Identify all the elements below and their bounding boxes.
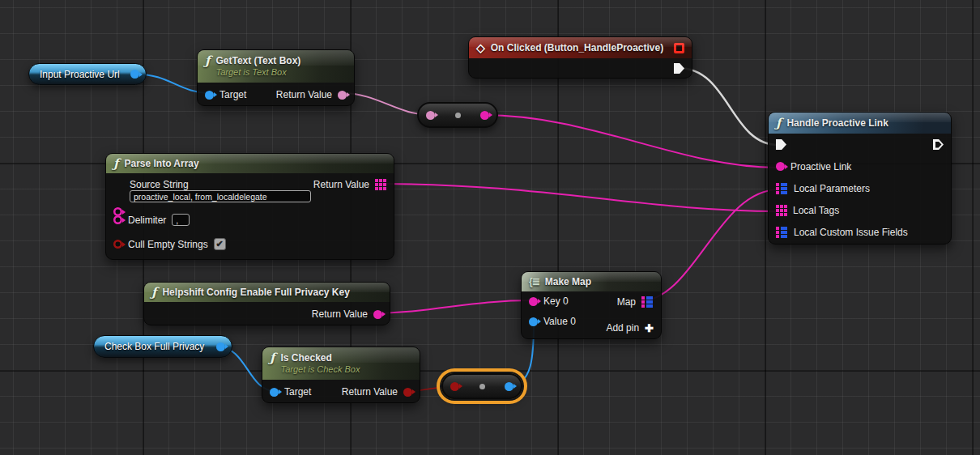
pin-label: Return Value xyxy=(312,308,368,320)
function-icon: ƒ xyxy=(205,55,210,67)
value0-pin[interactable] xyxy=(529,317,538,326)
node-header: ƒ Is Checked Target is Check Box xyxy=(262,347,420,380)
pin-label: Value 0 xyxy=(543,316,576,327)
node-header: {≣ Make Map xyxy=(522,272,661,291)
add-pin-row[interactable]: Add pin ✚ xyxy=(606,319,654,337)
variable-label: Input Proactive Url xyxy=(40,69,120,80)
exec-output-pin[interactable] xyxy=(933,139,944,150)
object-output-pin[interactable] xyxy=(216,342,225,351)
array-pin-icon[interactable] xyxy=(776,205,787,216)
conversion-node-text-to-string[interactable] xyxy=(417,102,498,128)
string-return-pin[interactable] xyxy=(373,310,382,319)
value-output-pin[interactable] xyxy=(505,382,513,391)
pin-label: Return Value xyxy=(313,179,369,190)
node-header: ƒ GetText (Text Box) Target is Text Box xyxy=(198,50,354,83)
variable-node-check-box-full-privacy[interactable]: Check Box Full Privacy xyxy=(93,335,232,358)
wire-parse-to-localtags[interactable] xyxy=(382,184,778,211)
value0-row: Value 0 xyxy=(529,313,576,330)
delimiter-pin[interactable] xyxy=(113,215,122,224)
object-output-pin[interactable] xyxy=(130,70,139,79)
node-helpshift-config-key[interactable]: ƒ Helpshift Config Enable Full Privacy K… xyxy=(143,282,390,325)
node-is-checked[interactable]: ƒ Is Checked Target is Check Box Target … xyxy=(262,347,420,403)
node-header: ◇ On Clicked (Button_HandleProactive) xyxy=(469,37,692,58)
node-title: Handle Proactive Link xyxy=(786,117,888,129)
make-container-icon: {≣ xyxy=(529,276,539,287)
node-title: Parse Into Array xyxy=(124,158,198,169)
delimiter-row: Delimiter xyxy=(113,214,190,226)
variable-label: Check Box Full Privacy xyxy=(104,341,204,352)
key0-pin[interactable] xyxy=(529,297,538,306)
node-title: On Clicked (Button_HandleProactive) xyxy=(491,42,663,53)
pin-label: Map xyxy=(617,296,636,308)
string-output-pin[interactable] xyxy=(480,111,489,120)
node-title: Helpshift Config Enable Full Privacy Key xyxy=(162,287,349,298)
node-make-map[interactable]: {≣ Make Map Key 0 Value 0 Map Add pin ✚ xyxy=(521,271,662,339)
text-return-pin[interactable] xyxy=(338,91,347,100)
cull-row: Cull Empty Strings ✔ xyxy=(113,238,226,250)
node-handle-proactive-link[interactable]: ƒ Handle Proactive Link Proactive Link L… xyxy=(768,112,952,245)
map-pin-icon[interactable] xyxy=(776,183,788,194)
conversion-node-bool-selected[interactable] xyxy=(441,373,522,399)
bool-input-pin[interactable] xyxy=(450,382,459,391)
blueprint-graph-canvas[interactable]: Input Proactive Url ƒ GetText (Text Box)… xyxy=(0,0,980,455)
proactive-link-pin[interactable] xyxy=(776,162,785,171)
pin-label: Local Custom Issue Fields xyxy=(794,227,908,238)
wire-conv-to-proactivelink[interactable] xyxy=(484,115,777,168)
function-icon: ƒ xyxy=(113,158,118,170)
pin-label: Local Tags xyxy=(793,205,839,216)
node-title: Is Checked xyxy=(280,352,412,364)
bool-return-pin[interactable] xyxy=(403,388,412,397)
node-parse-into-array[interactable]: ƒ Parse Into Array Source String Delimit… xyxy=(105,153,394,260)
pin-label: Local Parameters xyxy=(794,183,870,194)
node-header: ƒ Handle Proactive Link xyxy=(769,113,951,134)
source-string-input[interactable] xyxy=(130,190,311,202)
node-title: GetText (Text Box) xyxy=(215,55,347,67)
pin-label: Proactive Link xyxy=(790,161,851,172)
key0-row: Key 0 xyxy=(529,292,569,310)
pin-label: Return Value xyxy=(276,89,332,100)
map-output-pin[interactable] xyxy=(641,296,654,308)
event-icon: ◇ xyxy=(476,42,485,53)
node-title: Make Map xyxy=(545,276,591,287)
cull-checkbox-checked[interactable]: ✔ xyxy=(214,238,226,250)
pin-label: Key 0 xyxy=(543,296,569,307)
node-subtitle: Target is Text Box xyxy=(215,67,347,77)
pin-label: Cull Empty Strings xyxy=(128,239,208,250)
node-header: ƒ Helpshift Config Enable Full Privacy K… xyxy=(144,283,390,302)
function-icon: ƒ xyxy=(151,287,156,299)
node-onclicked-event[interactable]: ◇ On Clicked (Button_HandleProactive) xyxy=(468,36,692,79)
map-pin-icon[interactable] xyxy=(776,227,788,238)
map-output-row: Map xyxy=(617,293,654,311)
pin-label: Return Value xyxy=(342,386,398,398)
cull-empty-strings-pin[interactable] xyxy=(113,240,122,249)
add-pin-label: Add pin xyxy=(606,322,639,334)
pin-label: Source String xyxy=(130,179,189,190)
pin-label: Target xyxy=(219,89,246,100)
reroute-dot-icon xyxy=(479,384,485,389)
return-row: Return Value xyxy=(313,179,386,190)
pin-label: Delimiter xyxy=(128,215,166,226)
function-icon: ƒ xyxy=(270,352,275,364)
target-input-pin[interactable] xyxy=(270,388,279,397)
string-array-return-pin[interactable] xyxy=(375,179,386,190)
plus-icon: ✚ xyxy=(645,322,654,334)
delegate-pin-icon[interactable] xyxy=(674,43,684,53)
delimiter-input[interactable] xyxy=(172,214,190,226)
function-icon: ƒ xyxy=(776,117,781,130)
reroute-dot-icon xyxy=(455,113,461,118)
node-subtitle: Target is Check Box xyxy=(280,364,412,374)
pin-label: Target xyxy=(284,386,311,398)
target-input-pin[interactable] xyxy=(205,91,214,100)
variable-node-input-proactive-url[interactable]: Input Proactive Url xyxy=(28,63,147,85)
wire-exec-onclicked-to-handle[interactable] xyxy=(679,68,778,145)
text-input-pin[interactable] xyxy=(426,111,435,120)
node-gettext[interactable]: ƒ GetText (Text Box) Target is Text Box … xyxy=(197,49,355,106)
exec-input-pin[interactable] xyxy=(776,139,786,150)
node-header: ƒ Parse Into Array xyxy=(106,154,394,173)
exec-output-pin[interactable] xyxy=(674,63,684,74)
